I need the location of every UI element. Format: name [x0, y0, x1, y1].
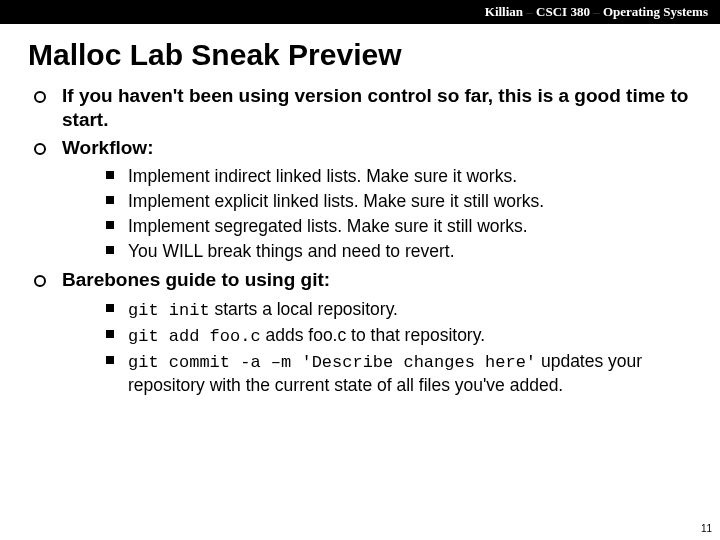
slide-title: Malloc Lab Sneak Preview: [0, 24, 720, 84]
git-step: git commit -a –m 'Describe changes here'…: [106, 350, 692, 397]
git-desc: adds foo.c to that repository.: [261, 325, 485, 345]
git-step: git init starts a local repository.: [106, 298, 692, 322]
page-number: 11: [701, 523, 712, 534]
git-desc: starts a local repository.: [210, 299, 398, 319]
workflow-step: Implement indirect linked lists. Make su…: [106, 165, 692, 188]
header-author: Killian: [485, 4, 523, 19]
bullet-git: Barebones guide to using git: git init s…: [34, 268, 692, 397]
workflow-step: Implement explicit linked lists. Make su…: [106, 190, 692, 213]
bullet-vcs: If you haven't been using version contro…: [34, 84, 692, 132]
git-command: git init: [128, 301, 210, 320]
header-divider: –: [526, 4, 536, 19]
header-course: CSCI 380: [536, 4, 590, 19]
workflow-step: Implement segregated lists. Make sure it…: [106, 215, 692, 238]
git-step: git add foo.c adds foo.c to that reposit…: [106, 324, 692, 348]
bullet-git-label: Barebones guide to using git:: [62, 269, 330, 290]
workflow-step: You WILL break things and need to revert…: [106, 240, 692, 263]
header-topic: Operating Systems: [603, 4, 708, 19]
header-divider: –: [593, 4, 603, 19]
bullet-workflow-label: Workflow:: [62, 137, 153, 158]
git-command: git commit -a –m 'Describe changes here': [128, 353, 536, 372]
git-command: git add foo.c: [128, 327, 261, 346]
header-bar: Killian – CSCI 380 – Operating Systems: [0, 0, 720, 24]
slide-body: If you haven't been using version contro…: [0, 84, 720, 397]
bullet-workflow: Workflow: Implement indirect linked list…: [34, 136, 692, 263]
